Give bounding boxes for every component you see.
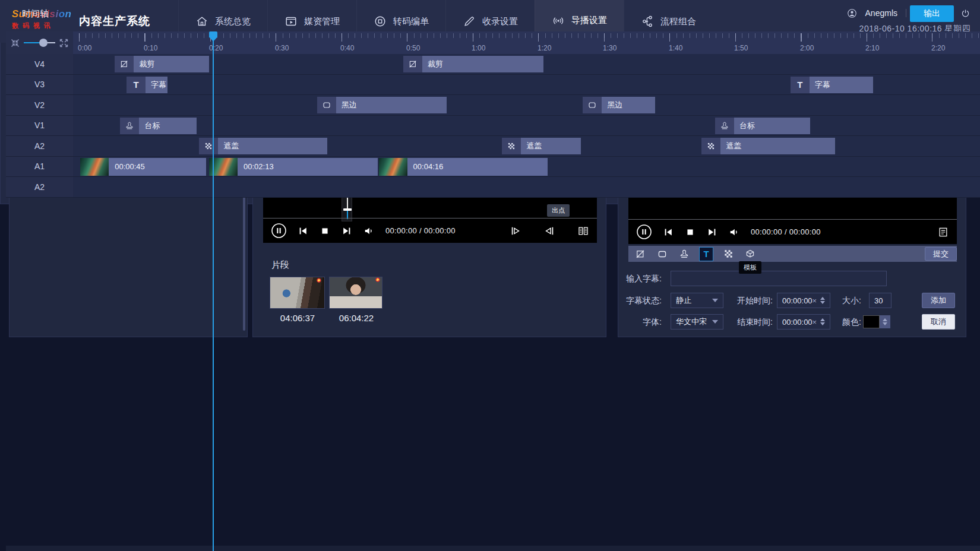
ruler-label: 2:00 [800,44,814,52]
clip-thumbnail[interactable] [329,277,382,309]
output-button[interactable]: 输出 [910,5,954,22]
cancel-button[interactable]: 取消 [922,314,955,330]
username[interactable]: Anegmls [865,8,897,18]
subtitle-status-select[interactable]: 静止 [671,293,723,308]
timeline-zoom-slider[interactable] [24,39,55,47]
track-label[interactable]: V2 [6,95,73,115]
font-select[interactable]: 华文中宋 [671,314,723,330]
timeline-clip-mask[interactable]: 遮盖 [199,138,327,154]
track-label[interactable]: A2 [6,136,73,156]
timeline-clip-logo[interactable]: 台标 [715,118,810,134]
clear-icon[interactable]: × [813,296,817,305]
prev-frame-button[interactable] [297,225,309,237]
start-time-label: 开始时间: [737,293,773,308]
mask-icon [701,138,720,154]
playlist-button[interactable] [937,226,949,238]
next-frame-button[interactable] [341,225,353,237]
track-lane[interactable]: 遮盖 遮盖 遮盖 [73,136,980,156]
track-row-v4: V4 裁剪 裁剪 [6,54,980,75]
timeline-clip-subtitle[interactable]: T 字幕 [127,77,167,93]
submit-button[interactable]: 提交 [925,247,957,261]
timeline-ruler-row: 0:00 0:10 0:20 0:30 0:40 0:50 1:00 1:20 … [6,31,980,54]
subtitle-input[interactable] [671,271,887,286]
expand-icon[interactable] [59,39,68,48]
nav-label: 系统总览 [215,16,251,27]
timeline-horizontal-scrollbar[interactable] [6,546,980,551]
subtitle-input-row: 输入字幕: [618,271,967,286]
timeline-clip-subtitle[interactable]: T 字幕 [791,77,873,93]
clip-label: 遮盖 [218,138,327,154]
stop-button[interactable] [319,225,331,237]
start-time-field[interactable]: 00:00:00 × [777,293,830,308]
ruler-label: 0:40 [340,44,354,52]
track-label[interactable]: V1 [6,116,73,136]
power-icon[interactable] [960,8,970,18]
track-label[interactable]: A2 [6,177,73,197]
timeline-clip-mask[interactable]: 遮盖 [701,138,834,154]
color-spinner[interactable] [880,315,890,328]
collapse-icon[interactable] [11,39,20,48]
zoom-slider-handle[interactable] [39,39,48,47]
track-row-v2: V2 黑边 黑边 [6,95,980,116]
template-icon[interactable] [743,247,757,261]
timeline-clip-mask[interactable]: 遮盖 [502,138,581,154]
timeline-clip-crop[interactable]: 裁剪 [403,56,544,72]
volume-slider-handle[interactable] [343,208,352,211]
border-icon [583,97,602,113]
end-time-field[interactable]: 00:00:00 × [777,314,830,330]
clip-thumbnail[interactable] [270,277,325,309]
volume-button[interactable] [363,225,375,237]
stop-button[interactable] [684,226,696,238]
volume-button[interactable] [728,226,740,238]
track-lane[interactable]: T 字幕 T 字幕 [73,75,980,95]
in-point-button[interactable] [510,225,521,237]
track-row-a2-upper: A2 遮盖 遮盖 遮盖 [6,136,980,157]
mask-icon[interactable] [721,247,735,261]
out-point-tooltip: 出点 [547,204,570,217]
track-lane[interactable]: 台标 台标 [73,116,980,136]
border-icon [317,97,336,113]
clips-section-title: 片段 [271,259,289,271]
track-label[interactable]: V4 [6,54,73,74]
ruler-label: 0:10 [144,44,157,52]
playhead-line[interactable] [213,34,214,551]
pause-button[interactable] [271,223,287,239]
track-lane[interactable]: 00:00:45 00:02:13 00:04:16 [73,157,980,177]
splice-button[interactable] [577,225,589,237]
crop-icon[interactable] [633,247,647,261]
timeline-clip-logo[interactable]: 台标 [120,118,196,134]
border-icon[interactable] [655,247,669,261]
spinner-icon[interactable] [820,297,825,304]
track-lane[interactable] [73,177,980,197]
color-swatch[interactable] [863,315,880,328]
add-button[interactable]: 添加 [922,293,955,308]
stamp-icon[interactable] [677,247,691,261]
spinner-icon[interactable] [820,318,825,325]
timeline-clip-video[interactable]: 00:04:16 [379,158,548,176]
timeline-clip-video[interactable]: 00:00:45 [80,158,206,176]
timeline-clip-border[interactable]: 黑边 [583,97,655,113]
timeline-clip-crop[interactable]: 裁剪 [115,56,209,72]
clear-icon[interactable]: × [813,318,817,327]
nav-label: 媒资管理 [304,16,340,27]
nav-label: 流程组合 [660,16,696,27]
track-lane[interactable]: 黑边 黑边 [73,95,980,115]
ruler-label: 1:00 [472,44,485,52]
text-icon[interactable]: T [699,247,713,261]
pause-button[interactable] [636,224,652,240]
timeline-clip-border[interactable]: 黑边 [317,97,447,113]
mask-icon [502,138,521,154]
track-label[interactable]: V3 [6,75,73,95]
prev-frame-button[interactable] [662,226,674,238]
font-value: 华文中宋 [676,316,707,327]
track-label[interactable]: A1 [6,157,73,177]
player2-timecode: 00:00:00 / 00:00:00 [751,227,821,236]
clip-label: 字幕 [146,77,167,93]
size-field[interactable]: 30 [869,293,892,308]
divider [906,9,906,17]
track-lane[interactable]: 裁剪 裁剪 [73,54,980,74]
next-frame-button[interactable] [706,226,718,238]
timeline-clip-video[interactable]: 00:02:13 [209,158,378,176]
user-icon[interactable] [847,8,857,18]
out-point-button[interactable] [543,225,555,237]
